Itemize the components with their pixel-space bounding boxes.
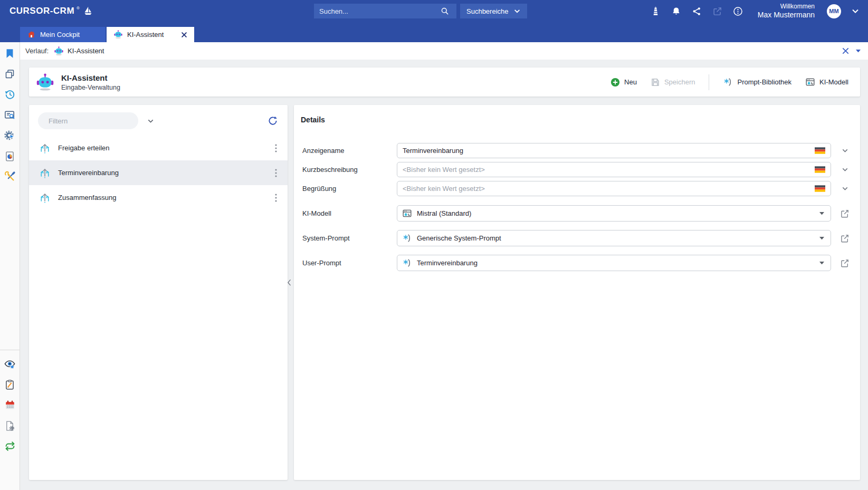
lighthouse-icon[interactable] [650,5,662,17]
tab-label: KI-Assistent [127,31,164,39]
prompt-library-button[interactable]: Prompt-Bibliothek [723,77,791,87]
list-item-zusammenfassung[interactable]: Zusammenfassung [29,185,288,210]
calendar-icon[interactable] [3,399,17,411]
tab-ki-assistent[interactable]: KI-Assistent [107,27,194,42]
item-menu-icon[interactable] [273,191,279,204]
details-panel: Details Anzeigename [294,105,860,480]
tools-icon[interactable] [3,170,17,183]
left-sidebar [0,42,20,490]
tab-close-icon[interactable] [181,32,187,38]
sidebar-divider [0,350,20,350]
search-icon[interactable] [438,5,451,17]
process-settings-icon[interactable] [3,129,17,142]
clipboard-edit-icon[interactable] [3,378,17,391]
robot-icon [54,46,64,55]
list-item-freigabe-erteilen[interactable]: Freigabe erteilen [29,136,288,160]
open-record-icon[interactable] [840,209,850,218]
watch-favorite-icon[interactable] [3,358,17,370]
more-options-icon[interactable] [732,5,745,17]
assistant-list-panel: Freigabe erteilen Terminvereinbarung [29,105,288,480]
prompt-icon [402,233,412,243]
prompt-icon [402,258,412,268]
bookmark-icon[interactable] [3,47,17,60]
ki-modell-row: KI-Modell Mistral (Standard) [301,205,860,222]
prompt-icon [723,77,733,87]
kurzbeschreibung-input[interactable] [403,166,810,174]
page-subtitle: Eingabe-Verwaltung [61,84,120,91]
item-menu-icon[interactable] [273,167,279,179]
ki-modell-dropdown[interactable]: Mistral (Standard) [397,205,831,222]
ki-modell-label: KI-Modell [301,209,397,217]
save-button[interactable]: Speichern [651,78,695,87]
ki-model-icon [402,208,412,218]
prompt-library-label: Prompt-Bibliothek [737,78,791,86]
dropdown-caret-icon [819,237,824,239]
list-item-label: Freigabe erteilen [58,144,110,152]
user-prompt-value: Terminvereinbarung [417,259,819,267]
history-clock-icon[interactable] [3,88,17,101]
open-external-icon[interactable] [711,5,724,17]
language-expand-chevron-icon[interactable] [841,166,849,174]
record-search-icon[interactable] [3,109,17,121]
close-view-icon[interactable] [842,47,850,55]
filter-input[interactable] [38,112,138,129]
report-document-icon[interactable] [3,150,17,162]
topbar-right: Willkommen Max Mustermann MM [650,3,862,20]
new-button-label: Neu [624,78,637,86]
search-scope-label: Suchbereiche [466,7,509,15]
windows-copy-icon[interactable] [3,68,17,80]
ki-model-icon [805,77,815,87]
list-item-label: Terminvereinbarung [58,169,119,177]
german-flag-icon [815,147,825,154]
dropdown-caret-icon [819,212,824,215]
global-search-box[interactable] [314,4,456,18]
details-form: Anzeigename [301,143,860,271]
avatar[interactable]: MM [827,4,841,18]
view-options-caret-icon[interactable] [856,50,861,52]
robot-icon [113,30,123,39]
search-input[interactable] [319,7,438,15]
begruessung-input[interactable] [403,185,810,193]
user-menu-chevron-icon[interactable] [849,5,862,17]
anzeigename-field[interactable] [397,143,831,158]
notifications-bell-icon[interactable] [670,5,683,17]
item-menu-icon[interactable] [273,142,279,155]
new-button[interactable]: Neu [611,78,637,87]
begruessung-field[interactable] [397,181,831,196]
share-icon[interactable] [691,5,703,17]
collapse-panel-icon[interactable] [285,277,293,289]
plus-circle-icon [611,78,620,87]
filter-text-input[interactable] [49,117,141,125]
german-flag-icon [815,185,825,192]
ki-model-button[interactable]: KI-Modell [805,77,848,87]
welcome-line2: Max Mustermann [758,11,815,20]
system-prompt-dropdown[interactable]: Generische System-Prompt [397,230,831,246]
anzeigename-label: Anzeigename [301,147,397,155]
app-logo-text: CURSOR-CRM [9,6,74,16]
registered-mark: ® [77,6,80,11]
sync-repeat-icon[interactable] [3,440,17,453]
list-item-terminvereinbarung[interactable]: Terminvereinbarung [29,160,288,185]
robot-icon [35,73,55,91]
sailboat-icon [82,5,94,17]
ki-modell-value: Mistral (Standard) [417,209,819,217]
anzeigename-input[interactable] [403,147,810,155]
tab-mein-cockpit[interactable]: Mein Cockpit [20,27,106,42]
filter-options-chevron-icon[interactable] [147,117,155,125]
chevron-down-icon [513,7,521,15]
dropdown-caret-icon [819,262,824,264]
open-record-icon[interactable] [840,234,850,243]
document-settings-icon[interactable] [3,419,17,432]
user-prompt-row: User-Prompt Terminvereinbarung [301,255,860,271]
search-scope-button[interactable]: Suchbereiche [460,4,527,18]
history-item-ki-assistent[interactable]: KI-Assistent [54,46,104,55]
refresh-icon[interactable] [268,116,278,126]
filter-row [29,105,288,136]
anzeigename-row: Anzeigename [301,143,860,158]
open-record-icon[interactable] [840,258,850,268]
kurzbeschreibung-field[interactable] [397,162,831,177]
user-prompt-dropdown[interactable]: Terminvereinbarung [397,255,831,271]
language-expand-chevron-icon[interactable] [841,147,849,155]
page-title: KI-Assistent [61,73,120,82]
language-expand-chevron-icon[interactable] [841,185,849,193]
